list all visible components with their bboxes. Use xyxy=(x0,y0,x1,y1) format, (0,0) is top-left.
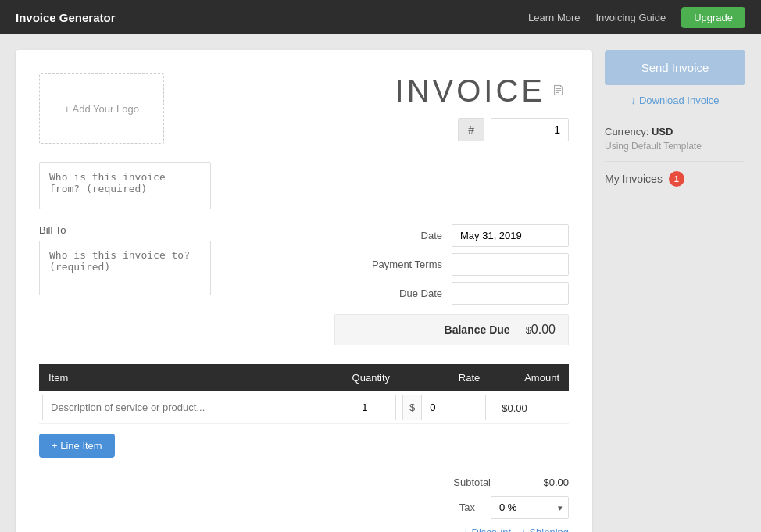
date-row: Date xyxy=(334,224,569,247)
rate-cell-wrapper: $ xyxy=(402,395,486,420)
item-rate-cell: $ xyxy=(399,391,489,424)
rate-prefix: $ xyxy=(403,395,422,420)
invoice-title: INVOICE 🖹 xyxy=(395,73,569,109)
app-logo: Invoice Generator xyxy=(16,11,116,24)
subtotal-row: Subtotal $0.00 xyxy=(334,477,569,488)
payment-terms-row: Payment Terms xyxy=(334,253,569,276)
discount-shipping-row: + Discount + Shipping xyxy=(463,527,569,532)
date-input[interactable] xyxy=(452,224,569,247)
column-quantity: Quantity xyxy=(330,364,399,391)
currency-value: USD xyxy=(652,126,673,137)
tax-label: Tax xyxy=(413,502,475,513)
column-amount: Amount xyxy=(489,364,569,391)
payment-terms-input[interactable] xyxy=(452,253,569,276)
download-arrow: ↓ xyxy=(631,95,636,106)
bill-to-input[interactable] xyxy=(39,241,211,295)
learn-more-link[interactable]: Learn More xyxy=(528,12,580,23)
hash-label: # xyxy=(458,118,484,141)
right-sidebar: Send Invoice ↓ Download Invoice Currency… xyxy=(605,50,745,532)
send-invoice-button[interactable]: Send Invoice xyxy=(605,50,745,85)
invoice-count-badge: 1 xyxy=(669,171,684,187)
due-date-label: Due Date xyxy=(364,287,442,299)
invoice-top: + Add Your Logo INVOICE 🖹 # xyxy=(39,73,569,144)
due-date-input[interactable] xyxy=(452,282,569,305)
payment-terms-label: Payment Terms xyxy=(364,259,442,270)
item-amount-value: $0.00 xyxy=(492,396,537,420)
invoice-title-area: INVOICE 🖹 # xyxy=(395,73,569,141)
download-invoice-link[interactable]: ↓ Download Invoice xyxy=(605,95,745,106)
table-header-row: Item Quantity Rate Amount xyxy=(39,364,569,391)
balance-due-value: $0.00 xyxy=(526,323,556,337)
logo-upload-area[interactable]: + Add Your Logo xyxy=(39,73,164,144)
from-input[interactable] xyxy=(39,162,211,209)
invoice-title-text: INVOICE xyxy=(395,73,545,109)
header: Invoice Generator Learn More Invoicing G… xyxy=(0,0,761,34)
header-nav: Learn More Invoicing Guide Upgrade xyxy=(528,7,745,28)
item-quantity-input[interactable] xyxy=(334,395,396,420)
invoice-number-input[interactable] xyxy=(491,118,569,141)
from-field xyxy=(39,162,569,212)
my-invoices-label: My Invoices xyxy=(605,173,663,185)
item-description-input[interactable] xyxy=(42,395,327,420)
column-rate: Rate xyxy=(399,364,489,391)
currency-label: Currency: USD xyxy=(605,126,745,137)
subtotal-label: Subtotal xyxy=(428,477,491,488)
invoicing-guide-link[interactable]: Invoicing Guide xyxy=(596,12,666,23)
logo-section: + Add Your Logo xyxy=(39,73,164,144)
item-quantity-cell xyxy=(330,391,399,424)
totals-section: Subtotal $0.00 Tax 0 % 5 % 10 % 15 % 20 … xyxy=(39,477,569,532)
balance-due-amount: 0.00 xyxy=(531,323,556,336)
logo-upload-label: + Add Your Logo xyxy=(64,103,139,115)
bill-to-label: Bill To xyxy=(39,224,211,236)
balance-due-currency: $ xyxy=(526,324,531,336)
date-label: Date xyxy=(364,230,442,241)
add-line-item-button[interactable]: + Line Item xyxy=(39,434,115,458)
balance-due-label: Balance Due xyxy=(445,323,510,336)
item-amount-cell: $0.00 xyxy=(489,391,569,424)
invoice-panel: + Add Your Logo INVOICE 🖹 # Bill To xyxy=(16,50,592,532)
date-area: Date Payment Terms Due Date Balance Due … xyxy=(334,224,569,345)
column-item: Item xyxy=(39,364,330,391)
due-date-row: Due Date xyxy=(334,282,569,305)
template-label: Using Default Template xyxy=(605,141,745,152)
items-table: Item Quantity Rate Amount $ xyxy=(39,364,569,424)
invoice-number-row: # xyxy=(395,118,569,141)
currency-section: Currency: USD Using Default Template xyxy=(605,116,745,152)
table-row: $ $0.00 xyxy=(39,391,569,424)
tax-select[interactable]: 0 % 5 % 10 % 15 % 20 % xyxy=(491,496,569,519)
add-shipping-button[interactable]: + Shipping xyxy=(520,527,569,532)
table-header: Item Quantity Rate Amount xyxy=(39,364,569,391)
bill-to-area: Bill To xyxy=(39,224,211,345)
invoice-icon: 🖹 xyxy=(552,83,569,99)
download-invoice-label: Download Invoice xyxy=(639,95,720,106)
middle-section: Bill To Date Payment Terms Due Date Bala xyxy=(39,224,569,345)
tax-row: Tax 0 % 5 % 10 % 15 % 20 % xyxy=(334,496,569,519)
my-invoices-section: My Invoices 1 xyxy=(605,161,745,187)
tax-select-wrapper: 0 % 5 % 10 % 15 % 20 % xyxy=(491,496,569,519)
add-discount-button[interactable]: + Discount xyxy=(463,527,511,532)
main-content: + Add Your Logo INVOICE 🖹 # Bill To xyxy=(0,34,761,532)
table-body: $ $0.00 xyxy=(39,391,569,424)
item-description-cell xyxy=(39,391,330,424)
upgrade-button[interactable]: Upgrade xyxy=(681,7,745,28)
balance-due-bar: Balance Due $0.00 xyxy=(334,314,569,345)
subtotal-value: $0.00 xyxy=(506,477,569,488)
item-rate-input[interactable] xyxy=(422,395,485,420)
